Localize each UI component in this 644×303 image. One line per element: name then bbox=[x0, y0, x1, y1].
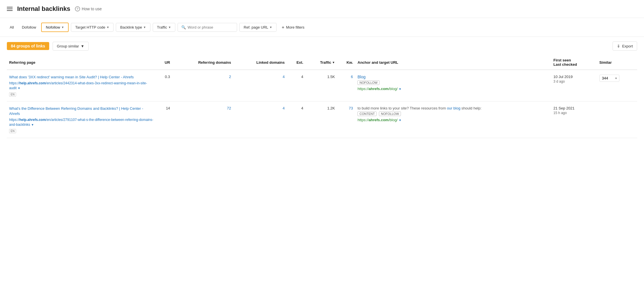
similar-cell-2 bbox=[597, 101, 637, 138]
last-checked-2: 15 h ago bbox=[553, 111, 595, 115]
backlink-type-chevron-icon: ▼ bbox=[143, 26, 146, 29]
col-linked-domains: Linked domains bbox=[233, 55, 287, 70]
url-chevron-icon-2: ▼ bbox=[31, 123, 34, 126]
kw-cell-2: 73 bbox=[337, 101, 355, 138]
table-container: Referring page UR Referring domains Link… bbox=[0, 55, 644, 138]
app-container: Internal backlinks ? How to use All Dofo… bbox=[0, 0, 644, 303]
plus-icon: + bbox=[282, 25, 284, 30]
col-kw: Kw. bbox=[337, 55, 355, 70]
filter-backlink-type-button[interactable]: Backlink type ▼ bbox=[116, 23, 150, 32]
similar-select-1[interactable]: 344 bbox=[599, 75, 619, 82]
how-to-use-link[interactable]: ? How to use bbox=[75, 6, 102, 11]
table-row: What's the Difference Between Referring … bbox=[7, 101, 637, 138]
page-title: Internal backlinks bbox=[17, 5, 70, 13]
similar-cell-1: 344 bbox=[597, 70, 637, 101]
col-anchor-target: Anchor and target URL bbox=[355, 55, 551, 70]
ref-page-url-chevron-icon: ▼ bbox=[269, 26, 272, 29]
page-url-link-1[interactable]: https://help.ahrefs.com/en/articles/2442… bbox=[9, 81, 154, 91]
last-checked-1: 3 d ago bbox=[553, 79, 595, 83]
anchor-cell-2: to build more links to your site? These … bbox=[355, 101, 551, 138]
anchor-text-2: to build more links to your site? These … bbox=[357, 106, 481, 110]
linked-domains-link-2[interactable]: 4 bbox=[283, 106, 285, 110]
tag-content-2: CONTENT bbox=[357, 111, 377, 116]
anchor-url-link-1[interactable]: https://ahrefs.com/blog/ ▼ bbox=[357, 87, 549, 91]
page-title-link-1[interactable]: What does '3XX redirect' warning mean in… bbox=[9, 75, 154, 80]
export-button[interactable]: ⇓ Export bbox=[613, 41, 637, 51]
help-icon: ? bbox=[75, 6, 80, 11]
first-seen-cell-2: 21 Sep 2021 15 h ago bbox=[551, 101, 597, 138]
linked-domains-link-1[interactable]: 4 bbox=[283, 75, 285, 79]
col-traffic[interactable]: Traffic ▼ bbox=[305, 55, 337, 70]
lang-badge-2: EN bbox=[9, 129, 16, 133]
traffic-cell-2: 1.2K bbox=[305, 101, 337, 138]
ref-domains-cell-1: 2 bbox=[172, 70, 233, 101]
header: Internal backlinks ? How to use bbox=[0, 0, 644, 18]
filter-nofollow-button[interactable]: Nofollow ▼ bbox=[41, 23, 69, 32]
first-seen-date-1: 10 Jul 2019 bbox=[553, 75, 595, 79]
target-http-chevron-icon: ▼ bbox=[106, 26, 109, 29]
export-icon: ⇓ bbox=[617, 44, 620, 48]
similar-wrapper-1: 344 bbox=[599, 75, 619, 82]
referring-page-cell-2: What's the Difference Between Referring … bbox=[7, 101, 156, 138]
referring-page-cell-1: What does '3XX redirect' warning mean in… bbox=[7, 70, 156, 101]
traffic-sort-icon: ▼ bbox=[332, 61, 335, 64]
ref-domains-cell-2: 72 bbox=[172, 101, 233, 138]
col-first-seen: First seen Last checked bbox=[551, 55, 597, 70]
filter-dofollow-button[interactable]: Dofollow bbox=[19, 23, 39, 31]
page-url-link-2[interactable]: https://help.ahrefs.com/en/articles/2791… bbox=[9, 117, 154, 127]
kw-link-1[interactable]: 6 bbox=[351, 75, 353, 79]
col-referring-domains: Referring domains bbox=[172, 55, 233, 70]
tags-container-1: NOFOLLOW bbox=[357, 80, 549, 86]
toolbar: 84 groups of links Group similar ▼ ⇓ Exp… bbox=[0, 37, 644, 55]
first-seen-date-2: 21 Sep 2021 bbox=[553, 106, 595, 110]
tag-nofollow-2: NOFOLLOW bbox=[379, 111, 401, 116]
nofollow-chevron-icon: ▼ bbox=[61, 26, 64, 29]
table-row: What does '3XX redirect' warning mean in… bbox=[7, 70, 637, 101]
col-similar: Similar bbox=[597, 55, 637, 70]
lang-badge-1: EN bbox=[9, 92, 16, 97]
anchor-name-link-1[interactable]: Blog bbox=[357, 75, 549, 79]
traffic-chevron-icon: ▼ bbox=[168, 26, 171, 29]
col-ext: Ext. bbox=[287, 55, 306, 70]
anchor-url-chevron-1: ▼ bbox=[399, 87, 401, 91]
kw-link-2[interactable]: 73 bbox=[349, 106, 353, 110]
col-ur: UR bbox=[156, 55, 172, 70]
group-similar-chevron-icon: ▼ bbox=[81, 44, 84, 48]
groups-badge: 84 groups of links bbox=[7, 42, 49, 50]
table-header-row: Referring page UR Referring domains Link… bbox=[7, 55, 637, 70]
ext-cell-1: 4 bbox=[287, 70, 306, 101]
url-chevron-icon-1: ▼ bbox=[17, 87, 20, 90]
tags-container-2: CONTENT NOFOLLOW bbox=[357, 111, 549, 117]
page-title-link-2[interactable]: What's the Difference Between Referring … bbox=[9, 106, 154, 116]
filter-target-http-button[interactable]: Target HTTP code ▼ bbox=[71, 23, 114, 32]
ref-domains-link-2[interactable]: 72 bbox=[227, 106, 231, 110]
ext-cell-2: 4 bbox=[287, 101, 306, 138]
traffic-cell-1: 1.5K bbox=[305, 70, 337, 101]
ur-cell-2: 14 bbox=[156, 101, 172, 138]
linked-domains-cell-2: 4 bbox=[233, 101, 287, 138]
group-similar-button[interactable]: Group similar ▼ bbox=[53, 42, 89, 51]
toolbar-left: 84 groups of links Group similar ▼ bbox=[7, 42, 89, 51]
anchor-url-link-2[interactable]: https://ahrefs.com/blog/ ▼ bbox=[357, 118, 549, 122]
ref-domains-link-1[interactable]: 2 bbox=[229, 75, 231, 79]
search-input[interactable] bbox=[188, 25, 233, 29]
col-referring-page: Referring page bbox=[7, 55, 156, 70]
anchor-url-chevron-2: ▼ bbox=[399, 119, 401, 122]
search-wrapper: 🔍 bbox=[178, 23, 237, 32]
backlinks-table: Referring page UR Referring domains Link… bbox=[7, 55, 637, 138]
filter-traffic-button[interactable]: Traffic ▼ bbox=[153, 23, 175, 32]
more-filters-button[interactable]: + More filters bbox=[279, 23, 307, 32]
filter-ref-page-url-button[interactable]: Ref. page URL ▼ bbox=[239, 23, 277, 32]
search-icon: 🔍 bbox=[181, 25, 186, 29]
filters-bar: All Dofollow Nofollow ▼ Target HTTP code… bbox=[0, 18, 644, 37]
filter-all-button[interactable]: All bbox=[7, 23, 17, 31]
kw-cell-1: 6 bbox=[337, 70, 355, 101]
anchor-cell-1: Blog NOFOLLOW https://ahrefs.com/blog/ ▼ bbox=[355, 70, 551, 101]
first-seen-cell-1: 10 Jul 2019 3 d ago bbox=[551, 70, 597, 101]
tag-nofollow-1: NOFOLLOW bbox=[357, 80, 379, 85]
linked-domains-cell-1: 4 bbox=[233, 70, 287, 101]
hamburger-menu[interactable] bbox=[7, 7, 13, 11]
anchor-inline-link-2[interactable]: our blog bbox=[447, 106, 460, 110]
ur-cell-1: 0.3 bbox=[156, 70, 172, 101]
